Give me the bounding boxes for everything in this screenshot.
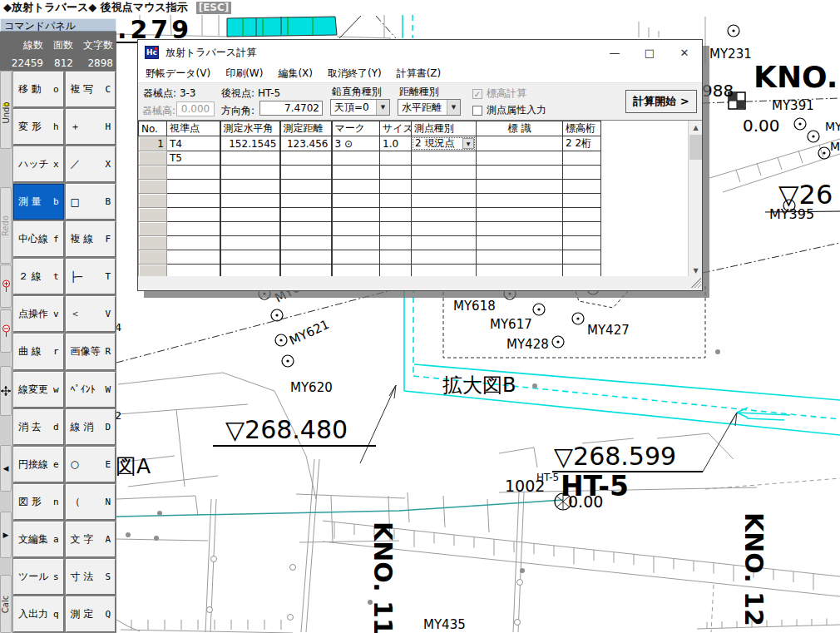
- zoom-out-button[interactable]: [0, 309, 12, 353]
- table-row[interactable]: [139, 194, 689, 208]
- maximize-button[interactable]: □: [632, 40, 667, 65]
- scroll-thumb[interactable]: [689, 135, 702, 160]
- cmd-hatch[interactable]: ハッチx: [13, 146, 64, 182]
- distance-type-select[interactable]: 水平距離 ▼: [398, 99, 461, 116]
- map-label: ▽268.480: [225, 415, 348, 444]
- app-window: .279 MY231 KNO. 1 988 MY391 0.00 MY MY ▽…: [0, 0, 840, 633]
- cmd-circle-tangent[interactable]: 円接線e: [13, 447, 64, 482]
- table-row[interactable]: T5: [139, 151, 689, 166]
- calc-button[interactable]: Calc: [0, 575, 12, 633]
- cmd-copy[interactable]: 複 写C: [66, 72, 116, 107]
- point-type-select[interactable]: 2 現況点▼: [413, 137, 475, 150]
- cmd-rect[interactable]: □B: [66, 184, 116, 220]
- cmd-line-erase[interactable]: 線 消D: [66, 409, 116, 445]
- cmd-measure[interactable]: 測 定Q: [66, 596, 116, 632]
- map-label: MY435: [423, 617, 466, 632]
- checkbox-checked-icon: ✓: [472, 89, 482, 99]
- chars-count-label: 文字数: [77, 38, 116, 52]
- close-button[interactable]: ✕: [667, 40, 702, 65]
- cmd-deform[interactable]: 変 形h: [13, 109, 64, 145]
- scroll-down-icon[interactable]: ▼: [689, 264, 703, 277]
- table-row[interactable]: [139, 250, 689, 265]
- next-view-button[interactable]: ▶: [0, 512, 12, 558]
- cmd-circle[interactable]: ○E: [66, 447, 116, 482]
- menu-edit[interactable]: 編集(X): [270, 67, 320, 81]
- vertical-scrollbar[interactable]: ▲ ▼: [688, 121, 702, 277]
- redo-button[interactable]: Redo: [0, 187, 12, 264]
- undo-button[interactable]: Undo: [0, 71, 12, 149]
- map-label: KNO. 1: [754, 60, 840, 94]
- cmd-cross[interactable]: ＋H: [66, 109, 116, 145]
- cmd-text[interactable]: 文 字A: [66, 522, 116, 557]
- table-row[interactable]: [139, 180, 689, 194]
- point-attr-label: 測点属性入力: [487, 103, 546, 117]
- resize-grip[interactable]: [691, 278, 701, 288]
- cmd-curve[interactable]: 曲 線r: [13, 334, 64, 369]
- map-label: KNO. 12: [739, 512, 768, 626]
- cmd-survey[interactable]: 測 量b: [13, 184, 64, 220]
- cmd-text-edit[interactable]: 文編集a: [13, 522, 64, 557]
- cmd-arc[interactable]: （N: [66, 484, 116, 520]
- menu-report[interactable]: 計算書(Z): [389, 67, 449, 81]
- cmd-tline[interactable]: ├─T: [66, 259, 116, 294]
- menu-field-data[interactable]: 野帳データ(V): [138, 67, 218, 81]
- map-label: MY: [830, 140, 840, 153]
- map-label: 0.00: [743, 116, 780, 136]
- instrument-point-value: 3-3: [180, 87, 196, 99]
- cmd-tools[interactable]: ツールs: [13, 559, 64, 595]
- pan-icon: [1, 386, 11, 396]
- scroll-up-icon[interactable]: ▲: [689, 121, 703, 134]
- vertical-angle-type-label: 鉛直角種別: [332, 85, 382, 99]
- faces-count-label: 面数: [47, 38, 77, 52]
- table-row[interactable]: [139, 236, 689, 250]
- dialog-title-bar[interactable]: Hc 放射トラバース計算 — □ ✕: [138, 40, 702, 65]
- menu-cancel-exit[interactable]: 取消終了(Y): [320, 67, 389, 81]
- elevation-calc-label: 標高計算: [487, 87, 526, 101]
- calc-start-button[interactable]: 計算開始 >: [625, 90, 697, 113]
- cmd-two-lines[interactable]: ２ 線t: [13, 259, 64, 294]
- table-row[interactable]: [139, 208, 689, 222]
- traverse-calc-dialog: Hc 放射トラバース計算 — □ ✕ 野帳データ(V) 印刷(W) 編集(X) …: [137, 39, 703, 291]
- cmd-image[interactable]: 画像等R: [66, 334, 116, 369]
- table-row[interactable]: [139, 222, 689, 236]
- table-row[interactable]: 1 T4 152.1545 123.456 3 ⊙ 1.0 2 現況点▼ 2 2…: [139, 136, 689, 151]
- point-attr-checkbox[interactable]: 測点属性入力: [472, 103, 546, 117]
- zoom-in-button[interactable]: [0, 265, 12, 308]
- next-view-icon: ▶: [3, 532, 9, 539]
- checkbox-unchecked-icon: [472, 106, 482, 116]
- instrument-height-input[interactable]: 0.000: [176, 101, 215, 116]
- zoom-out-icon: [2, 324, 11, 338]
- cmd-paint[interactable]: ﾍﾟｲﾝﾄW: [66, 372, 116, 408]
- cmd-line-change[interactable]: 線変更w: [13, 372, 64, 408]
- cmd-dimension[interactable]: 寸 法S: [66, 559, 116, 595]
- undo-label: Undo: [2, 101, 11, 123]
- pan-button[interactable]: [0, 366, 12, 416]
- app-title: ◆放射トラバース◆ 後視点マウス指示: [3, 0, 188, 15]
- app-icon: Hc: [145, 46, 159, 59]
- cmd-slash[interactable]: ／X: [66, 146, 116, 182]
- minimize-button[interactable]: —: [597, 40, 632, 65]
- cmd-centerline[interactable]: 中心線f: [13, 221, 64, 257]
- direction-angle-input[interactable]: 7.4702: [259, 101, 323, 116]
- col-marker: 標 識: [477, 121, 563, 136]
- cmd-io[interactable]: 入出力q: [13, 596, 64, 632]
- vertical-angle-type-select[interactable]: 天頂=0 ▼: [330, 99, 390, 116]
- lines-count-value: 22459: [0, 57, 47, 69]
- menu-print[interactable]: 印刷(W): [218, 67, 270, 81]
- table-row[interactable]: [139, 166, 689, 180]
- col-size: サイズ: [380, 121, 412, 136]
- calc-label: Calc: [2, 595, 11, 612]
- elevation-calc-checkbox[interactable]: ✓ 標高計算: [472, 87, 526, 101]
- map-label: 1002: [505, 477, 545, 495]
- backsight-value: HT-5: [258, 87, 280, 99]
- side-tool-strip: Undo Redo ◀ ▶ Calc: [0, 71, 12, 633]
- prev-view-button[interactable]: ◀: [0, 445, 12, 492]
- cmd-point-edit[interactable]: 点操作v: [13, 296, 64, 332]
- map-label: MY618: [453, 299, 496, 314]
- cmd-erase[interactable]: 消 去d: [13, 409, 64, 445]
- cmd-shape[interactable]: 図 形n: [13, 484, 64, 520]
- cmd-move[interactable]: 移 動o: [13, 72, 64, 107]
- cmd-angle[interactable]: ＜V: [66, 296, 116, 332]
- cmd-parallel-line[interactable]: 複 線F: [66, 221, 116, 257]
- prev-view-icon: ◀: [3, 465, 9, 472]
